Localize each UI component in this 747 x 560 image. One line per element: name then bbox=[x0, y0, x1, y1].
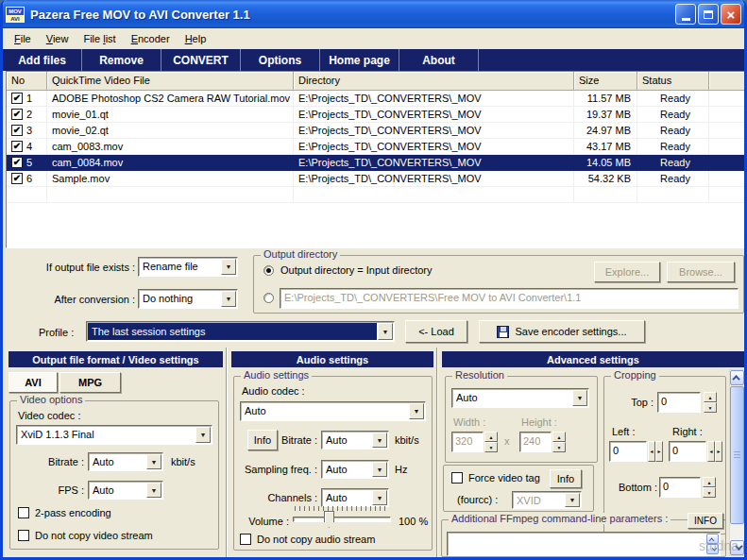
column-header-size[interactable]: Size bbox=[574, 72, 637, 91]
audio-settings-group: Audio settings Audio codec : Auto ▼ Info… bbox=[233, 376, 433, 551]
height-field[interactable]: 240 bbox=[519, 432, 552, 452]
sampling-combo[interactable]: Auto ▼ bbox=[321, 460, 389, 479]
table-row[interactable]: 3 movie_02.qt E:\Projects_TD\_CONVERTERS… bbox=[7, 123, 746, 139]
chevron-down-icon[interactable]: ▼ bbox=[221, 291, 236, 307]
video-codec-combo[interactable]: XviD 1.1.3 Final ▼ bbox=[16, 425, 212, 445]
minimize-button[interactable] bbox=[675, 4, 696, 25]
tab-mpg[interactable]: MPG bbox=[59, 372, 121, 393]
close-button[interactable]: × bbox=[721, 4, 741, 25]
force-video-tag-row[interactable]: Force video tag bbox=[451, 472, 540, 484]
table-row[interactable]: 1 ADOBE Photoshop CS2 Camera RAW Tutoria… bbox=[7, 91, 746, 107]
row-checkbox[interactable] bbox=[11, 125, 23, 136]
video-bitrate-combo[interactable]: Auto ▼ bbox=[88, 452, 163, 471]
advanced-scrollbar[interactable] bbox=[729, 369, 745, 556]
load-button[interactable]: <- Load bbox=[405, 320, 467, 343]
toolbar-about[interactable]: About bbox=[399, 49, 479, 71]
two-pass-checkbox[interactable] bbox=[18, 507, 29, 518]
chevron-down-icon[interactable]: ▼ bbox=[221, 259, 236, 275]
menu-item-help[interactable]: Help bbox=[178, 31, 214, 46]
row-no: 4 bbox=[26, 139, 32, 154]
crop-top-field[interactable]: 0 bbox=[657, 392, 701, 413]
row-checkbox[interactable] bbox=[11, 173, 23, 184]
column-header-directory[interactable]: Directory bbox=[294, 72, 574, 91]
row-checkbox[interactable] bbox=[11, 157, 23, 168]
ffmpeg-info-button[interactable]: INFO bbox=[688, 513, 723, 529]
toolbar-home-page[interactable]: Home page bbox=[320, 49, 399, 71]
crop-bottom-field[interactable]: 0 bbox=[659, 477, 701, 498]
radio-output-equals-input[interactable] bbox=[263, 265, 274, 276]
browse-button[interactable]: Browse... bbox=[667, 262, 735, 282]
width-field[interactable]: 320 bbox=[451, 432, 484, 452]
menu-item-view[interactable]: View bbox=[39, 31, 76, 46]
tab-avi[interactable]: AVI bbox=[8, 372, 58, 393]
chevron-down-icon[interactable]: ▼ bbox=[372, 462, 387, 477]
chevron-down-icon[interactable]: ▼ bbox=[378, 323, 393, 340]
chevron-down-icon[interactable]: ▼ bbox=[372, 433, 387, 448]
toolbar-options[interactable]: Options bbox=[241, 49, 320, 71]
if-exists-combo[interactable]: Rename file ▼ bbox=[138, 257, 238, 277]
volume-label: Volume : bbox=[234, 516, 289, 527]
table-row[interactable]: 4 cam_0083.mov E:\Projects_TD\_CONVERTER… bbox=[7, 139, 746, 155]
width-spinner[interactable]: ▲▼ bbox=[484, 432, 498, 452]
crop-left-spinner[interactable]: ◄► bbox=[648, 441, 663, 462]
scroll-up-icon[interactable] bbox=[730, 370, 744, 385]
row-checkbox[interactable] bbox=[11, 93, 23, 104]
crop-right-field[interactable]: 0 bbox=[669, 441, 706, 462]
menu-item-encoder[interactable]: Encoder bbox=[124, 31, 178, 46]
two-pass-checkbox-row[interactable]: 2-pass encoding bbox=[18, 507, 111, 518]
chevron-down-icon[interactable]: ▼ bbox=[565, 493, 580, 507]
column-header-file[interactable]: QuickTime Video File bbox=[47, 72, 294, 91]
resolution-group: Resolution Auto ▼ Width : Height : 320 ▲… bbox=[445, 376, 598, 463]
menu-item-file-list[interactable]: File list bbox=[76, 31, 123, 46]
crop-left-field[interactable]: 0 bbox=[609, 441, 647, 462]
resolution-combo[interactable]: Auto ▼ bbox=[451, 388, 589, 408]
chevron-down-icon[interactable]: ▼ bbox=[146, 483, 161, 498]
ffmpeg-group: Additional FFmpeg command-line parameter… bbox=[441, 519, 726, 557]
maximize-button[interactable] bbox=[698, 4, 719, 25]
scrollbar-thumb[interactable] bbox=[730, 386, 744, 524]
chevron-down-icon[interactable]: ▼ bbox=[572, 390, 587, 406]
chevron-down-icon[interactable]: ▼ bbox=[195, 427, 211, 443]
no-copy-audio-checkbox-row[interactable]: Do not copy audio stream bbox=[240, 534, 375, 545]
custom-directory-field[interactable]: E:\Projects_TD\_CONVERTERS\Free MOV to A… bbox=[280, 288, 739, 309]
after-conversion-combo[interactable]: Do nothing ▼ bbox=[138, 289, 238, 309]
chevron-down-icon[interactable]: ▼ bbox=[372, 490, 387, 505]
cropping-group: Cropping Top : 0 ▲▼ Left : Right : 0 ◄► … bbox=[603, 376, 726, 535]
volume-slider-thumb[interactable] bbox=[324, 511, 334, 528]
crop-top-spinner[interactable]: ▲▼ bbox=[704, 392, 717, 413]
row-checkbox[interactable] bbox=[11, 109, 23, 120]
ffmpeg-params-textarea[interactable] bbox=[447, 532, 721, 556]
row-checkbox[interactable] bbox=[11, 141, 23, 152]
toolbar-convert[interactable]: CONVERT bbox=[161, 49, 241, 71]
audio-bitrate-combo[interactable]: Auto ▼ bbox=[321, 431, 389, 450]
no-copy-audio-checkbox[interactable] bbox=[240, 534, 251, 545]
column-header-status[interactable]: Status bbox=[637, 72, 709, 91]
table-row[interactable]: 5 cam_0084.mov E:\Projects_TD\_CONVERTER… bbox=[7, 155, 746, 171]
toolbar-remove[interactable]: Remove bbox=[82, 49, 161, 71]
force-video-tag-checkbox[interactable] bbox=[451, 472, 463, 484]
audio-bitrate-unit: kbit/s bbox=[395, 434, 419, 446]
fps-combo[interactable]: Auto ▼ bbox=[88, 481, 163, 500]
save-encoder-settings-button[interactable]: Save encoder settings... bbox=[479, 320, 645, 343]
chevron-down-icon[interactable]: ▼ bbox=[146, 454, 161, 469]
radio-custom-directory[interactable] bbox=[263, 293, 274, 303]
channels-combo[interactable]: Auto ▼ bbox=[321, 488, 389, 507]
height-spinner[interactable]: ▲▼ bbox=[552, 432, 566, 452]
table-row[interactable]: 2 movie_01.qt E:\Projects_TD\_CONVERTERS… bbox=[7, 107, 746, 123]
crop-right-spinner[interactable]: ◄► bbox=[707, 441, 722, 462]
explore-button[interactable]: Explore... bbox=[594, 262, 660, 282]
crop-bottom-spinner[interactable]: ▲▼ bbox=[703, 477, 716, 498]
output-directory-group: Output directory Output directory = Inpu… bbox=[253, 255, 744, 314]
volume-slider-track[interactable] bbox=[293, 517, 391, 522]
table-row[interactable]: 6 Sample.mov E:\Projects_TD\_CONVERTERS\… bbox=[7, 171, 746, 187]
column-header-no[interactable]: No bbox=[7, 72, 47, 91]
fourcc-info-button[interactable]: Info bbox=[550, 469, 582, 488]
menu-item-file[interactable]: File bbox=[7, 31, 39, 46]
profile-combo[interactable]: The last session settings ▼ bbox=[86, 321, 395, 342]
fourcc-combo[interactable]: XVID ▼ bbox=[512, 491, 582, 509]
no-copy-video-checkbox[interactable] bbox=[18, 530, 29, 541]
chevron-down-icon[interactable]: ▼ bbox=[409, 403, 424, 419]
audio-codec-combo[interactable]: Auto ▼ bbox=[240, 401, 426, 421]
toolbar-add-files[interactable]: Add files bbox=[3, 49, 82, 71]
no-copy-video-checkbox-row[interactable]: Do not copy video stream bbox=[18, 530, 153, 541]
